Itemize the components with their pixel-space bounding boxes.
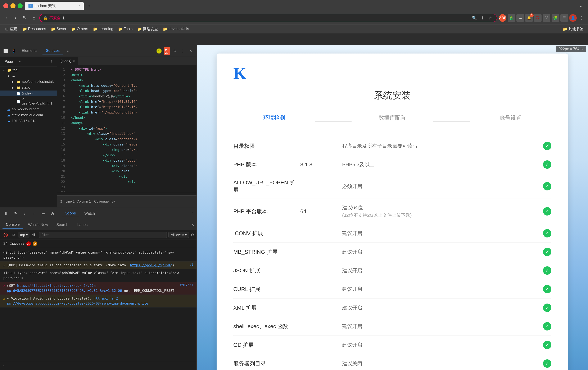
- new-tab-button[interactable]: +: [85, 2, 93, 10]
- tree-item-cloud[interactable]: ▼ ☁: [0, 73, 57, 79]
- bookmark-tools[interactable]: 📁 Tools: [116, 26, 135, 32]
- share-icon[interactable]: ⬆: [479, 15, 485, 21]
- menu-button[interactable]: ⋮: [578, 14, 586, 22]
- tree-item-static-cloud[interactable]: ☁ static.kodcloud.com: [0, 112, 57, 118]
- debug-more-icon[interactable]: ⋮: [190, 211, 194, 216]
- sources-menu-icon[interactable]: ⋮: [49, 59, 54, 64]
- bookmark-other-bookmarks[interactable]: 📁 其他书签: [561, 26, 586, 32]
- extension-bar: ABP 🐉 ☁ 🔔 1 🛡 V 🧩 ☰ 👤 ⋮: [499, 14, 586, 22]
- ext-icon-3[interactable]: 🔔 1: [525, 14, 533, 22]
- devtools-tab-elements[interactable]: Elements: [18, 47, 41, 55]
- tree-label-user: ?user/view/call&_t=1: [22, 97, 54, 106]
- file-tree-sidebar: Page » ⋮ ▼ 📁 top ▼ ☁: [0, 57, 57, 207]
- adblock-extension[interactable]: ABP: [499, 14, 506, 22]
- deactivate-button[interactable]: ⊘: [49, 210, 56, 217]
- bookmark-apps[interactable]: ⊞ 应用: [2, 26, 20, 32]
- console-tab[interactable]: Console: [2, 221, 23, 229]
- tree-item-api[interactable]: ☁ api.kodcloud.com: [0, 106, 57, 112]
- ext-icon-4[interactable]: 🛡: [534, 14, 542, 22]
- tree-item-index[interactable]: 📄 (index): [0, 90, 57, 96]
- search-tab[interactable]: Search: [53, 221, 72, 229]
- bookmark-develop-utils[interactable]: 📁 developUtils: [161, 26, 191, 32]
- scope-tab[interactable]: Scope: [62, 210, 79, 217]
- refresh-button[interactable]: ↻: [21, 14, 29, 22]
- devtools-device-icon[interactable]: 📱: [10, 48, 17, 54]
- sources-page-tab[interactable]: Page: [2, 58, 15, 65]
- ext-icon-7[interactable]: ☰: [560, 14, 568, 22]
- devtools-inspect-icon[interactable]: ⬜: [2, 48, 9, 54]
- code-line: <div class="heade: [71, 142, 197, 147]
- warning-link[interactable]: https://goo.gl/9p2vKq: [130, 263, 172, 267]
- ext-icon-1[interactable]: 🐉: [508, 14, 515, 22]
- check-ok-icon-iconv: ✓: [543, 229, 551, 238]
- console-messages: <input type="password" name="dbPwd" valu…: [0, 248, 197, 362]
- console-area: Console What's New Search Issues × 🚫 ⊘ t…: [0, 220, 197, 370]
- clear-console-button[interactable]: 🚫: [2, 232, 9, 238]
- tab-more-icon[interactable]: ⌄: [578, 2, 585, 10]
- minimize-button[interactable]: [10, 3, 15, 8]
- tree-item-top[interactable]: ▼ 📁 top: [0, 67, 57, 73]
- log-levels-selector[interactable]: All levels ▾: [168, 232, 189, 238]
- step-out-button[interactable]: ↑: [30, 210, 38, 217]
- address-bar[interactable]: 🔒 不安全 1 🔍 ⬆ ☆: [39, 14, 497, 22]
- home-button[interactable]: ⌂: [30, 14, 38, 22]
- bookmark-sever[interactable]: 📁 Sever: [49, 26, 68, 32]
- bookmark-star-icon[interactable]: ☆: [487, 15, 494, 21]
- error-link[interactable]: https://jic.talkingdata.com/app/h5/v1?a …: [7, 284, 122, 293]
- console-settings-icon[interactable]: ⚙: [191, 233, 194, 237]
- forward-button[interactable]: ›: [12, 14, 19, 22]
- active-tab[interactable]: k kodbox-安装 ×: [25, 2, 84, 10]
- bookmark-others[interactable]: 📁 Others: [69, 26, 90, 32]
- url-text[interactable]: 1: [62, 16, 470, 20]
- tree-item-user[interactable]: 📄 ?user/view/call&_t=1: [0, 96, 57, 106]
- devtools-settings-icon[interactable]: ⚙: [172, 48, 178, 54]
- bookmark-resources[interactable]: 📁 Resources: [21, 26, 48, 32]
- pause-button[interactable]: ⏸: [2, 210, 10, 217]
- context-selector[interactable]: top ▾: [18, 232, 30, 238]
- folder-icon-learning: 📁: [93, 27, 97, 31]
- editor-tab-close-icon[interactable]: ×: [73, 59, 75, 63]
- error-location[interactable]: VM175:1: [180, 283, 193, 287]
- tree-item-app[interactable]: ▶ 📁 app/controller/install/: [0, 79, 57, 85]
- code-line: <div class="content-m: [71, 137, 197, 142]
- show-sidebar-button[interactable]: 👁: [31, 232, 37, 238]
- back-button[interactable]: ‹: [2, 14, 10, 22]
- violation-link[interactable]: htt api.js:2 ps://developers.google.com/…: [7, 296, 148, 305]
- check-ok-icon-php: ✓: [543, 160, 551, 169]
- step-into-button[interactable]: ↓: [21, 210, 29, 217]
- translate-icon[interactable]: 🔍: [471, 15, 478, 21]
- ext-icon-2[interactable]: ☁: [516, 14, 524, 22]
- bookmark-learning[interactable]: 📁 Learning: [91, 26, 115, 32]
- ext-icon-6[interactable]: 🧩: [552, 14, 559, 22]
- editor-tab-index[interactable]: (index) ×: [57, 57, 78, 65]
- devtools-more-tabs-icon[interactable]: »: [65, 48, 71, 54]
- devtools-kebab-icon[interactable]: ⋮: [180, 48, 186, 54]
- tree-item-ip[interactable]: ☁ 101.35.164.21/: [0, 118, 57, 124]
- bookmark-network-security[interactable]: 📁 网络安全: [135, 26, 160, 32]
- console-warning-message: ⚠ [DOM] Password field is not contained …: [0, 261, 197, 269]
- console-filter-input[interactable]: [39, 232, 167, 238]
- maximize-button[interactable]: [18, 3, 23, 8]
- sources-nav-icons: ⋮: [49, 59, 54, 64]
- devtools-warning-indicator[interactable]: ▶ 22: [164, 48, 170, 54]
- check-status-exec: ✓: [539, 322, 551, 330]
- preserve-log-button[interactable]: ⊘: [10, 232, 17, 238]
- tab-close-icon[interactable]: ×: [78, 4, 80, 8]
- continue-button[interactable]: ⇒: [39, 210, 47, 217]
- close-devtools-icon[interactable]: ×: [191, 222, 194, 227]
- folder-icon: 📁: [23, 27, 27, 31]
- devtools-tab-sources[interactable]: Sources: [42, 47, 63, 55]
- devtools-close-icon[interactable]: ×: [188, 48, 194, 54]
- close-button[interactable]: [3, 3, 8, 8]
- devtools-error-indicator[interactable]: 1: [156, 48, 162, 54]
- whats-new-tab[interactable]: What's New: [25, 221, 51, 229]
- warning-location[interactable]: :1: [189, 263, 193, 267]
- watch-tab[interactable]: Watch: [81, 210, 98, 217]
- ext-icon-5[interactable]: V: [543, 14, 550, 22]
- profile-icon[interactable]: 👤: [569, 14, 577, 22]
- sources-expand-icon[interactable]: »: [17, 58, 23, 65]
- issues-tab[interactable]: Issues: [74, 221, 91, 229]
- step-over-button[interactable]: ↷: [12, 210, 19, 217]
- horizontal-scrollbar[interactable]: [57, 192, 197, 195]
- tree-item-static[interactable]: ▶ 📁 static: [0, 85, 57, 90]
